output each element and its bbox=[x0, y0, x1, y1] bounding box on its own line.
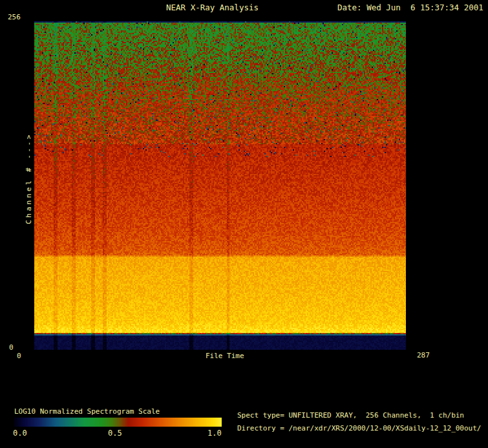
page-title: NEAR X-Ray Analysis bbox=[166, 3, 259, 12]
colorbar-tick-max: 1.0 bbox=[207, 429, 222, 438]
spectrogram-heatmap bbox=[34, 21, 406, 350]
colorbar-tick-mid: 0.5 bbox=[108, 429, 122, 438]
y-axis-max-label: 256 bbox=[8, 13, 21, 21]
near-xray-analysis-window: { "header": { "title": "NEAR X-Ray Analy… bbox=[0, 0, 488, 448]
colorbar-title: LOG10 Normalized Spectrogram Scale bbox=[14, 407, 160, 416]
y-axis-label: Channel # ---> bbox=[25, 133, 33, 224]
colorbar-gradient bbox=[14, 418, 222, 427]
spect-type-line: Spect type= UNFILTERED XRAY, 256 Channel… bbox=[237, 411, 464, 420]
y-axis-min-label: 0 bbox=[9, 343, 14, 352]
x-axis-max-label: 287 bbox=[417, 351, 430, 359]
directory-line: Directory = /near/xdr/XRS/2000/12-00/XSd… bbox=[237, 424, 482, 432]
x-axis-label: File Time bbox=[206, 352, 244, 360]
colorbar-tick-min: 0.0 bbox=[13, 429, 27, 438]
date-label: Date: Wed Jun 6 15:37:34 2001 bbox=[337, 3, 483, 12]
x-axis-min-label: 0 bbox=[17, 352, 21, 360]
